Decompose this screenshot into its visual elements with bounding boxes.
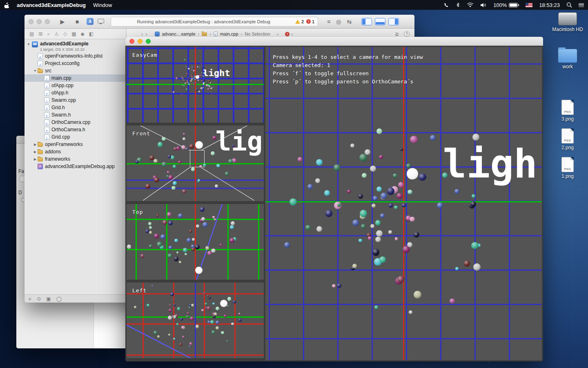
cpp-icon: c: [44, 97, 49, 103]
viewport-top[interactable]: Top: [127, 204, 264, 280]
navigator-item-openframeworks[interactable]: ▶openFrameworks: [24, 141, 126, 148]
folder-icon: [38, 150, 43, 154]
sphere: [154, 233, 159, 238]
apple-menu-icon[interactable]: [4, 2, 9, 8]
sphere: [389, 203, 393, 208]
sphere: [176, 323, 178, 325]
viewport-main[interactable]: lighPress keys 1-4 to select a camera fo…: [265, 47, 542, 360]
zoom-button[interactable]: [146, 39, 151, 44]
debug-navigator-icon[interactable]: ▦: [71, 31, 76, 37]
spotlight-icon[interactable]: [566, 2, 572, 8]
disclosure-triangle[interactable]: ▶: [33, 150, 38, 154]
navigator-item-grid-h[interactable]: hGrid.h: [24, 104, 126, 111]
bluetooth-icon[interactable]: [456, 2, 460, 8]
breadcrumb-segment[interactable]: advanc…xample: [162, 31, 196, 36]
report-navigator-icon[interactable]: ◧: [89, 31, 94, 37]
handoff-phone-icon[interactable]: [443, 2, 449, 8]
warning-badge[interactable]: 2: [295, 19, 304, 24]
toggle-navigator-button[interactable]: [361, 18, 372, 25]
symbol-navigator-icon[interactable]: ⊞: [38, 31, 42, 37]
related-items-icon[interactable]: ≧: [395, 31, 399, 37]
cpp-icon: c: [44, 134, 49, 140]
breakpoint-navigator-icon[interactable]: ◆: [80, 31, 84, 37]
desktop-icon-work[interactable]: work: [549, 47, 586, 70]
assistant-editor-button[interactable]: ◎: [336, 18, 341, 25]
scheme-device-icon[interactable]: [98, 19, 104, 23]
scm-filter-icon[interactable]: ▣: [46, 296, 51, 302]
help-icon[interactable]: ?: [404, 31, 410, 37]
menu-item-window[interactable]: Window: [93, 2, 112, 8]
sphere: [182, 85, 183, 85]
sphere: [174, 147, 177, 151]
navigator-item-swarm-cpp[interactable]: cSwarm.cpp: [24, 96, 126, 104]
close-button[interactable]: [29, 19, 33, 24]
navigator-project-row[interactable]: ▼ advanced3dExample 1 target, OS X SDK 1…: [24, 39, 126, 52]
wifi-icon[interactable]: [467, 2, 474, 8]
navigator-item-advanced3dexampledebug-app[interactable]: Aadvanced3dExampleDebug.app: [24, 163, 126, 170]
issue-navigator-icon[interactable]: ⚠: [54, 31, 59, 37]
disclosure-triangle[interactable]: ▶: [33, 157, 38, 161]
navigator-item-swarm-h[interactable]: hSwarm.h: [24, 111, 126, 119]
next-issue-arrow[interactable]: ›: [291, 31, 295, 37]
navigator-item-main-cpp[interactable]: cmain.cpp: [24, 74, 126, 82]
ofapp-window[interactable]: lightEasyCamligFrontTopLeftlighPress key…: [125, 37, 543, 361]
test-navigator-icon[interactable]: ◇: [63, 31, 67, 37]
cpp-icon: c: [44, 75, 49, 81]
sphere: [186, 88, 188, 90]
scheme-app-icon[interactable]: A: [87, 18, 94, 25]
hud-line: Press ´p´ to toggle parents on OrthoCame…: [273, 78, 423, 86]
navigator-item-orthocamera-cpp[interactable]: cOrthoCamera.cpp: [24, 119, 126, 126]
standard-editor-button[interactable]: ≡: [327, 18, 330, 25]
minimize-button[interactable]: [37, 19, 42, 24]
menu-bar-clock[interactable]: 18:53:23: [539, 2, 560, 8]
viewport-front[interactable]: ligFront: [127, 126, 264, 201]
sphere: [172, 186, 176, 190]
find-navigator-icon[interactable]: ⌕: [47, 31, 50, 37]
desktop-icon-2-png[interactable]: PNG2.png: [549, 128, 586, 151]
issue-stepper[interactable]: ‹ ! ›: [277, 31, 298, 37]
zoom-button[interactable]: [45, 19, 50, 24]
navigator-item-grid-cpp[interactable]: cGrid.cpp: [24, 133, 126, 141]
disclosure-triangle[interactable]: ▶: [33, 143, 38, 146]
navigator-selector-bar: ▤ ⊞ ⌕ ⚠ ◇ ▦ ◆ ◧: [24, 29, 127, 39]
navigator-item-openframeworks-info-plist[interactable]: popenFrameworks-Info.plist: [24, 52, 126, 60]
battery-indicator[interactable]: 100%: [493, 2, 519, 8]
menu-app-name[interactable]: advanced3dExampleDebug: [17, 2, 86, 8]
volume-icon[interactable]: [480, 2, 487, 8]
notification-center-icon[interactable]: [579, 3, 584, 7]
run-button[interactable]: ▶: [57, 18, 68, 25]
viewport-easycam[interactable]: lightEasyCam: [127, 47, 264, 123]
toggle-debug-area-button[interactable]: [375, 18, 385, 25]
disclosure-triangle[interactable]: ▼: [26, 41, 31, 52]
close-button[interactable]: [129, 39, 134, 44]
desktop-icon-1-png[interactable]: PNG1.png: [549, 157, 586, 180]
ofapp-titlebar[interactable]: [125, 37, 543, 46]
xcode-window-controls[interactable]: [29, 19, 50, 24]
toggle-utilities-button[interactable]: [388, 18, 399, 25]
navigator-item-ofapp-cpp[interactable]: cofApp.cpp: [24, 82, 126, 89]
version-editor-button[interactable]: ⇆: [347, 18, 352, 25]
project-navigator-icon[interactable]: ▤: [29, 31, 34, 37]
stop-button[interactable]: ■: [72, 18, 82, 25]
sphere: [186, 73, 188, 74]
desktop-icon-macintosh-hd[interactable]: Macintosh HD: [549, 12, 586, 33]
navigator-item-src[interactable]: ▼src: [24, 67, 126, 74]
add-button[interactable]: +: [28, 296, 31, 302]
navigator-item-project-xcconfig[interactable]: xProject.xcconfig: [24, 60, 126, 67]
editor-back-forward[interactable]: ‹›: [141, 31, 150, 37]
navigator-item-ofapp-h[interactable]: hofApp.h: [24, 89, 126, 96]
viewport-left[interactable]: Left: [127, 283, 264, 358]
previous-issue-arrow[interactable]: ‹: [277, 31, 281, 37]
breadcrumb-segment[interactable]: No Selection: [245, 31, 270, 36]
desktop-icon-3-png[interactable]: PNG3.png: [549, 100, 586, 122]
breadcrumb-segment[interactable]: main.cpp: [220, 31, 238, 36]
disclosure-triangle[interactable]: ▼: [33, 69, 38, 73]
input-language-flag-icon[interactable]: [526, 3, 532, 7]
navigator-item-frameworks[interactable]: ▶frameworks: [24, 155, 126, 163]
recent-files-filter-icon[interactable]: ⊙: [37, 296, 41, 302]
navigator-item-addons[interactable]: ▶addons: [24, 148, 126, 155]
error-badge[interactable]: !1: [306, 19, 314, 24]
navigator-item-orthocamera-h[interactable]: hOrthoCamera.h: [24, 126, 126, 133]
filter-icon[interactable]: ◯: [56, 296, 62, 302]
minimize-button[interactable]: [138, 39, 143, 44]
